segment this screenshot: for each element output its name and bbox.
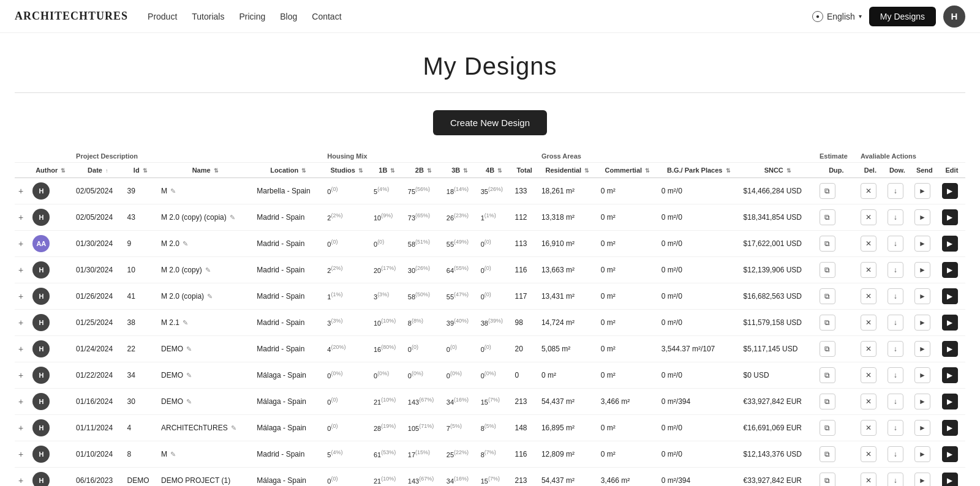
delete-button[interactable]: ✕	[861, 394, 876, 409]
duplicate-button[interactable]: ⧉	[820, 262, 835, 278]
expand-cell[interactable]: +	[15, 389, 29, 415]
expand-button[interactable]: +	[18, 449, 23, 459]
send-button[interactable]: ►	[914, 473, 930, 486]
col-name[interactable]: Name ⇅	[157, 163, 253, 178]
download-button[interactable]: ↓	[888, 473, 903, 486]
delete-button[interactable]: ✕	[861, 288, 876, 304]
send-cell[interactable]: ►	[911, 283, 938, 310]
dup-cell[interactable]: ⧉	[816, 231, 857, 257]
edit-play-button[interactable]: ▶	[942, 209, 958, 225]
send-button[interactable]: ►	[914, 394, 930, 409]
inline-edit-icon[interactable]: ✎	[186, 345, 192, 353]
dow-cell[interactable]: ↓	[884, 415, 911, 441]
col-author[interactable]: Author ⇅	[29, 163, 72, 178]
download-button[interactable]: ↓	[888, 341, 903, 357]
dup-cell[interactable]: ⧉	[816, 178, 857, 204]
send-cell[interactable]: ►	[911, 178, 938, 204]
dup-cell[interactable]: ⧉	[816, 362, 857, 389]
language-selector[interactable]: ● English ▾	[812, 11, 862, 22]
inline-edit-icon[interactable]: ✎	[170, 450, 176, 458]
del-cell[interactable]: ✕	[857, 468, 884, 487]
del-cell[interactable]: ✕	[857, 336, 884, 362]
send-cell[interactable]: ►	[911, 310, 938, 336]
send-cell[interactable]: ►	[911, 336, 938, 362]
dow-cell[interactable]: ↓	[884, 283, 911, 310]
edit-cell[interactable]: ▶	[938, 257, 965, 283]
col-id[interactable]: Id ⇅	[123, 163, 157, 178]
expand-button[interactable]: +	[18, 212, 23, 222]
nav-link-tutorials[interactable]: Tutorials	[192, 12, 224, 21]
duplicate-button[interactable]: ⧉	[820, 341, 835, 357]
edit-cell[interactable]: ▶	[938, 362, 965, 389]
expand-button[interactable]: +	[18, 370, 23, 380]
duplicate-button[interactable]: ⧉	[820, 315, 835, 331]
send-cell[interactable]: ►	[911, 257, 938, 283]
download-button[interactable]: ↓	[888, 315, 903, 331]
dow-cell[interactable]: ↓	[884, 441, 911, 468]
edit-play-button[interactable]: ▶	[942, 367, 958, 383]
edit-play-button[interactable]: ▶	[942, 183, 958, 199]
dup-cell[interactable]: ⧉	[816, 204, 857, 231]
edit-play-button[interactable]: ▶	[942, 315, 958, 331]
inline-edit-icon[interactable]: ✎	[231, 424, 236, 432]
download-button[interactable]: ↓	[888, 420, 903, 436]
nav-link-product[interactable]: Product	[148, 12, 177, 21]
col-sncc[interactable]: SNCC ⇅	[740, 163, 816, 178]
send-cell[interactable]: ►	[911, 204, 938, 231]
inline-edit-icon[interactable]: ✎	[186, 398, 192, 405]
dow-cell[interactable]: ↓	[884, 257, 911, 283]
inline-edit-icon[interactable]: ✎	[205, 266, 211, 274]
create-new-design-button[interactable]: Create New Design	[433, 110, 547, 135]
send-button[interactable]: ►	[914, 341, 930, 357]
col-commercial[interactable]: Commertial ⇅	[597, 163, 658, 178]
send-button[interactable]: ►	[914, 288, 930, 304]
delete-button[interactable]: ✕	[861, 367, 876, 383]
delete-button[interactable]: ✕	[861, 183, 876, 199]
edit-cell[interactable]: ▶	[938, 441, 965, 468]
expand-button[interactable]: +	[18, 239, 23, 249]
edit-cell[interactable]: ▶	[938, 204, 965, 231]
dow-cell[interactable]: ↓	[884, 468, 911, 487]
col-4b[interactable]: 4B ⇅	[477, 163, 511, 178]
delete-button[interactable]: ✕	[861, 341, 876, 357]
edit-cell[interactable]: ▶	[938, 389, 965, 415]
expand-cell[interactable]: +	[15, 310, 29, 336]
dow-cell[interactable]: ↓	[884, 362, 911, 389]
expand-cell[interactable]: +	[15, 178, 29, 204]
edit-play-button[interactable]: ▶	[942, 394, 958, 409]
delete-button[interactable]: ✕	[861, 420, 876, 436]
send-button[interactable]: ►	[914, 367, 930, 383]
send-button[interactable]: ►	[914, 236, 930, 252]
delete-button[interactable]: ✕	[861, 446, 876, 462]
col-date[interactable]: Date ↑	[72, 163, 123, 178]
download-button[interactable]: ↓	[888, 262, 903, 278]
expand-cell[interactable]: +	[15, 336, 29, 362]
send-cell[interactable]: ►	[911, 362, 938, 389]
download-button[interactable]: ↓	[888, 288, 903, 304]
edit-cell[interactable]: ▶	[938, 336, 965, 362]
delete-button[interactable]: ✕	[861, 236, 876, 252]
download-button[interactable]: ↓	[888, 209, 903, 225]
del-cell[interactable]: ✕	[857, 231, 884, 257]
del-cell[interactable]: ✕	[857, 310, 884, 336]
expand-button[interactable]: +	[18, 397, 23, 406]
dup-cell[interactable]: ⧉	[816, 310, 857, 336]
send-button[interactable]: ►	[914, 183, 930, 199]
expand-button[interactable]: +	[18, 291, 23, 301]
expand-cell[interactable]: +	[15, 415, 29, 441]
del-cell[interactable]: ✕	[857, 283, 884, 310]
edit-cell[interactable]: ▶	[938, 415, 965, 441]
expand-button[interactable]: +	[18, 476, 23, 485]
del-cell[interactable]: ✕	[857, 441, 884, 468]
expand-button[interactable]: +	[18, 318, 23, 327]
expand-cell[interactable]: +	[15, 257, 29, 283]
duplicate-button[interactable]: ⧉	[820, 420, 835, 436]
edit-cell[interactable]: ▶	[938, 468, 965, 487]
expand-cell[interactable]: +	[15, 231, 29, 257]
dup-cell[interactable]: ⧉	[816, 415, 857, 441]
del-cell[interactable]: ✕	[857, 415, 884, 441]
send-button[interactable]: ►	[914, 209, 930, 225]
duplicate-button[interactable]: ⧉	[820, 209, 835, 225]
dup-cell[interactable]: ⧉	[816, 257, 857, 283]
download-button[interactable]: ↓	[888, 367, 903, 383]
